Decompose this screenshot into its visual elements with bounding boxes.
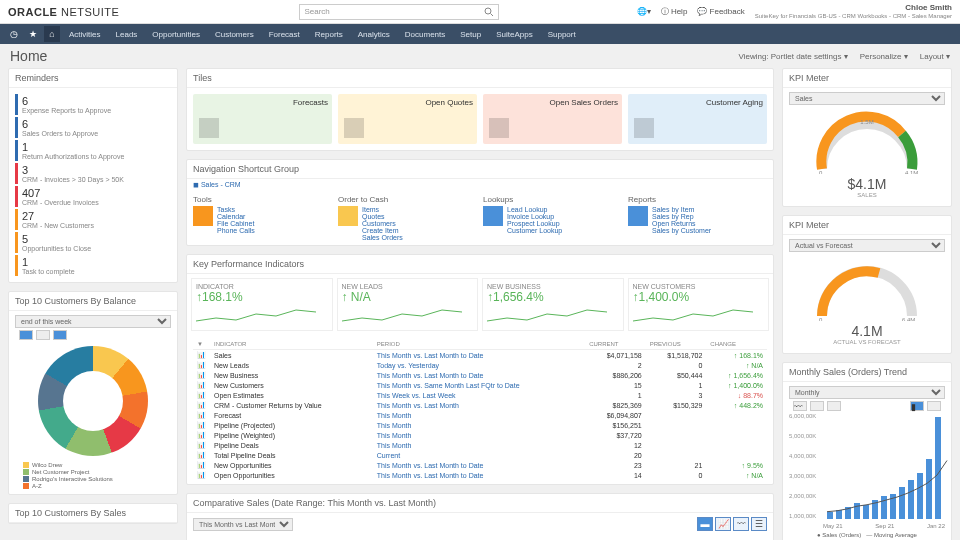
star-icon[interactable]: ★: [25, 26, 41, 42]
table-row[interactable]: 📊Pipeline (Projected)This Month$156,251: [193, 420, 767, 430]
table-row[interactable]: 📊Open OpportunitiesThis Month vs. Last M…: [193, 470, 767, 480]
nsg-link[interactable]: Sales by Item: [652, 206, 711, 213]
search-icon: [484, 7, 494, 17]
nsg-link[interactable]: Calendar: [217, 213, 255, 220]
reminder-item[interactable]: 1Task to complete: [15, 255, 171, 276]
home-icon[interactable]: ⌂: [44, 26, 60, 42]
table-row[interactable]: 📊SalesThis Month vs. Last Month to Date$…: [193, 350, 767, 361]
chart-type-toggle[interactable]: ▬📈〰☰: [697, 517, 767, 531]
nsg-link[interactable]: Tasks: [217, 206, 255, 213]
nav-item[interactable]: Reports: [309, 30, 349, 39]
portlet-title: Top 10 Customers By Balance: [9, 292, 177, 311]
viewing-menu[interactable]: Viewing: Portlet date settings ▾: [738, 52, 847, 61]
nsg-column: LookupsLead LookupInvoice LookupProspect…: [483, 195, 622, 241]
nsg-link[interactable]: File Cabinet: [217, 220, 255, 227]
help-link[interactable]: ⓘ Help: [661, 6, 688, 17]
nsg-link[interactable]: Sales by Customer: [652, 227, 711, 234]
table-row[interactable]: 📊New BusinessThis Month vs. Last Month t…: [193, 370, 767, 380]
nsg-link[interactable]: Create Item: [362, 227, 403, 234]
page-header: Home Viewing: Portlet date settings ▾ Pe…: [0, 44, 960, 68]
chart-view-toggle[interactable]: 〰▮: [793, 401, 941, 411]
nav-item[interactable]: Support: [542, 30, 582, 39]
tile-icon: [199, 118, 219, 138]
tile[interactable]: Open Quotes: [338, 94, 477, 144]
meter-select[interactable]: Sales: [789, 92, 945, 105]
svg-rect-3: [344, 118, 364, 138]
tile[interactable]: Forecasts: [193, 94, 332, 144]
tile[interactable]: Customer Aging: [628, 94, 767, 144]
table-row[interactable]: 📊Pipeline DealsThis Month12: [193, 440, 767, 450]
logo: ORACLE NETSUITE: [8, 6, 119, 18]
portlet-title: Reminders: [9, 69, 177, 88]
sparkline: [487, 306, 619, 324]
reminder-item[interactable]: 27CRM - New Customers: [15, 209, 171, 230]
nav-item[interactable]: Setup: [454, 30, 487, 39]
nsg-portlet: Navigation Shortcut Group ◼ Sales - CRM …: [186, 159, 774, 246]
svg-rect-4: [489, 118, 509, 138]
portlet-title: Comparative Sales (Date Range: This Mont…: [187, 494, 773, 513]
portlet-title: Tiles: [187, 69, 773, 88]
table-row[interactable]: 📊Pipeline (Weighted)This Month$37,720: [193, 430, 767, 440]
nav-item[interactable]: Opportunities: [146, 30, 206, 39]
comp-sales-filter[interactable]: This Month vs Last Month: [193, 518, 293, 531]
nsg-link[interactable]: Sales by Rep: [652, 213, 711, 220]
kpi-card: NEW CUSTOMERS↑1,400.0%: [628, 278, 770, 331]
nsg-link[interactable]: Customer Lookup: [507, 227, 562, 234]
reminder-item[interactable]: 5Opportunities to Close: [15, 232, 171, 253]
table-row[interactable]: 📊ForecastThis Month$6,094,807: [193, 410, 767, 420]
balance-filter[interactable]: end of this week: [15, 315, 171, 328]
layout-menu[interactable]: Layout ▾: [920, 52, 950, 61]
user-menu[interactable]: Chloe Smith SuiteKey for Financials GB-U…: [755, 4, 952, 19]
globe-icon[interactable]: 🌐▾: [637, 7, 651, 16]
kpi-card: INDICATOR↑168.1%: [191, 278, 333, 331]
nsg-link[interactable]: Lead Lookup: [507, 206, 562, 213]
meter-select[interactable]: Actual vs Forecast: [789, 239, 945, 252]
table-row[interactable]: 📊Total Pipeline DealsCurrent20: [193, 450, 767, 460]
nsg-link[interactable]: Invoice Lookup: [507, 213, 562, 220]
bar: [935, 417, 941, 519]
table-row[interactable]: 📊Open EstimatesThis Week vs. Last Week13…: [193, 390, 767, 400]
nsg-column: ReportsSales by ItemSales by RepOpen Ret…: [628, 195, 767, 241]
reminder-item[interactable]: 3CRM - Invoices > 30 Days > 50K: [15, 163, 171, 184]
nav-item[interactable]: Analytics: [352, 30, 396, 39]
chart-view-toggle[interactable]: [19, 330, 167, 340]
nsg-link[interactable]: Phone Calls: [217, 227, 255, 234]
tile[interactable]: Open Sales Orders: [483, 94, 622, 144]
search-input[interactable]: Search: [299, 4, 499, 20]
trend-select[interactable]: Monthly: [789, 386, 945, 399]
bar: [827, 512, 833, 519]
table-row[interactable]: 📊New CustomersThis Month vs. Same Month …: [193, 380, 767, 390]
nav-item[interactable]: SuiteApps: [490, 30, 538, 39]
nav-item[interactable]: Leads: [110, 30, 144, 39]
personalize-menu[interactable]: Personalize ▾: [860, 52, 908, 61]
donut-legend: Wilco DrewNet Customer ProjectRodrigo's …: [15, 462, 171, 489]
reminder-item[interactable]: 6Expense Reports to Approve: [15, 94, 171, 115]
nav-item[interactable]: Forecast: [263, 30, 306, 39]
nav-item[interactable]: Documents: [399, 30, 451, 39]
reminder-item[interactable]: 407CRM - Overdue Invoices: [15, 186, 171, 207]
nsg-link[interactable]: Open Returns: [652, 220, 711, 227]
nsg-link[interactable]: Sales Orders: [362, 234, 403, 241]
reminder-item[interactable]: 1Return Authorizations to Approve: [15, 140, 171, 161]
svg-text:4.1M: 4.1M: [905, 170, 918, 174]
nsg-link[interactable]: Customers: [362, 220, 403, 227]
svg-text:0: 0: [819, 317, 823, 321]
table-row[interactable]: 📊New OpportunitiesThis Month vs. Last Mo…: [193, 460, 767, 470]
table-row[interactable]: 📊CRM - Customer Returns by ValueThis Mon…: [193, 400, 767, 410]
nsg-link[interactable]: Prospect Lookup: [507, 220, 562, 227]
portlet-title: KPI Meter: [783, 69, 951, 88]
nsg-link[interactable]: Quotes: [362, 213, 403, 220]
nav-item[interactable]: Customers: [209, 30, 260, 39]
nsg-link[interactable]: Items: [362, 206, 403, 213]
kpi-card: NEW BUSINESS↑1,656.4%: [482, 278, 624, 331]
bar: [899, 487, 905, 519]
portlet-title: Navigation Shortcut Group: [187, 160, 773, 179]
feedback-link[interactable]: 💬 Feedback: [697, 7, 744, 16]
table-row[interactable]: 📊New LeadsToday vs. Yesterday20↑ N/A: [193, 360, 767, 370]
recent-icon[interactable]: ◷: [6, 26, 22, 42]
bar: [917, 473, 923, 519]
nav-item[interactable]: Activities: [63, 30, 107, 39]
reminder-item[interactable]: 6Sales Orders to Approve: [15, 117, 171, 138]
sparkline: [342, 306, 474, 324]
nsg-crumb[interactable]: Sales - CRM: [201, 181, 241, 188]
